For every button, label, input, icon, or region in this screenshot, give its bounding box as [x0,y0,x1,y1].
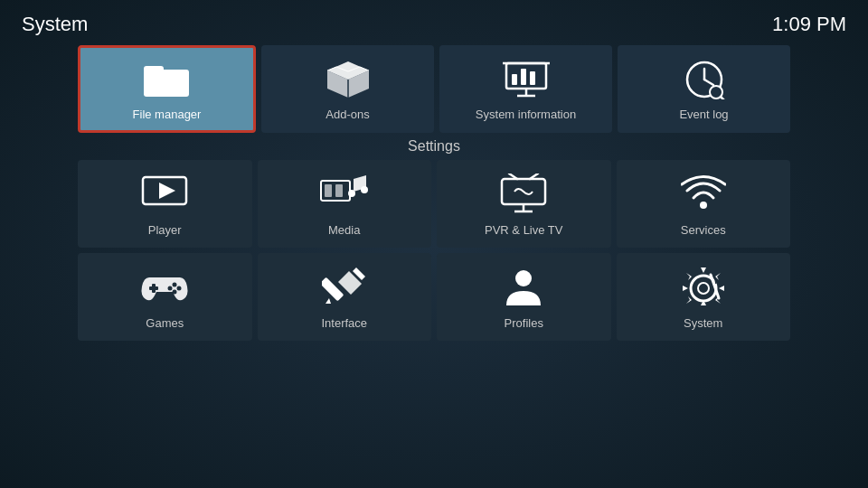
add-ons-icon [323,59,373,100]
tile-profiles-label: Profiles [505,316,543,330]
event-log-icon [679,59,730,100]
tile-interface-label: Interface [321,316,367,330]
tile-system[interactable]: System [617,253,791,341]
system-icon [678,266,729,307]
services-icon [678,173,729,214]
svg-line-11 [704,80,713,85]
system-information-icon [501,59,552,100]
tile-player-label: Player [148,223,182,237]
interface-icon [319,266,370,307]
svg-line-13 [721,97,724,99]
page: System 1:09 PM File manager [0,0,868,488]
svg-rect-3 [512,74,517,85]
svg-rect-0 [144,70,189,97]
tile-media[interactable]: Media [258,160,432,248]
tile-services[interactable]: Services [617,160,791,248]
tile-add-ons[interactable]: Add-ons [261,45,434,133]
svg-point-26 [700,202,707,209]
media-icon [319,173,370,214]
svg-point-29 [173,283,177,287]
svg-point-34 [515,270,532,286]
games-icon [139,266,190,307]
tile-system-label: System [684,316,722,330]
tile-add-ons-label: Add-ons [326,108,369,121]
svg-rect-4 [521,69,526,85]
tile-player[interactable]: Player [78,160,252,248]
tile-file-manager[interactable]: File manager [78,45,256,133]
tile-profiles[interactable]: Profiles [437,253,611,341]
top-tiles-row: File manager Add-ons [0,45,868,133]
tile-event-log-label: Event log [679,108,728,121]
clock: 1:09 PM [772,13,846,36]
svg-point-31 [173,290,177,295]
settings-grid: Player Media [0,160,868,341]
tile-system-information[interactable]: System information [439,45,612,133]
svg-point-30 [177,286,182,291]
tile-pvr-live-tv[interactable]: PVR & Live TV [437,160,611,248]
svg-rect-5 [530,71,535,85]
player-icon [139,173,190,214]
page-title: System [22,13,88,36]
svg-point-20 [361,186,368,193]
tile-media-label: Media [328,223,360,237]
svg-point-36 [698,283,709,294]
svg-rect-1 [144,66,164,73]
tile-file-manager-label: File manager [133,108,202,121]
file-manager-icon [142,59,193,100]
svg-rect-28 [149,286,158,290]
svg-rect-18 [335,184,343,197]
tile-pvr-live-tv-label: PVR & Live TV [485,223,562,237]
tile-interface[interactable]: Interface [258,253,432,341]
tile-games[interactable]: Games [78,253,252,341]
tile-system-information-label: System information [476,108,576,121]
svg-marker-15 [159,183,175,199]
tile-event-log[interactable]: Event log [618,45,790,133]
header: System 1:09 PM [0,0,868,45]
settings-section-label: Settings [0,138,868,155]
svg-point-32 [168,286,173,291]
profiles-icon [498,266,549,307]
tile-games-label: Games [146,316,184,330]
svg-rect-17 [325,184,332,197]
tile-services-label: Services [681,223,726,237]
pvr-live-tv-icon [498,173,549,214]
svg-point-19 [348,190,355,197]
